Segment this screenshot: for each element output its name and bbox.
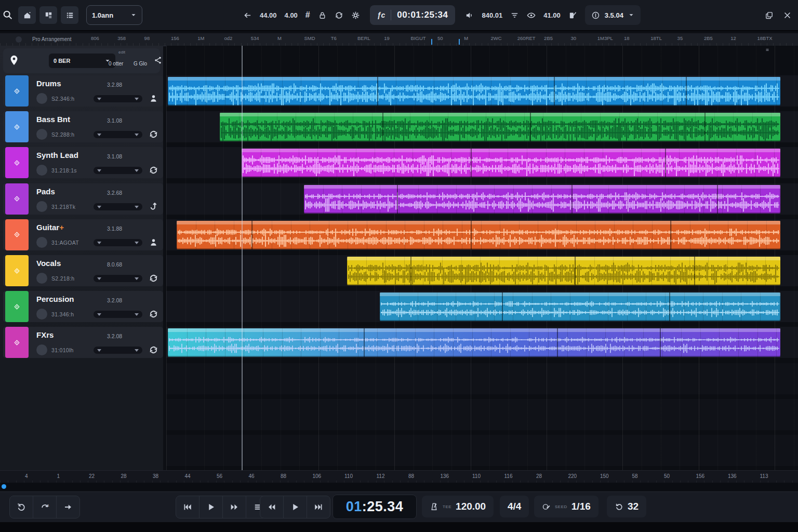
clip-synth-lead[interactable]	[242, 149, 780, 177]
refresh-icon[interactable]	[149, 273, 158, 283]
scrollbar-thumb[interactable]	[2, 484, 6, 489]
hook-icon[interactable]	[149, 202, 158, 211]
timeline-menu-icon[interactable]	[764, 47, 771, 52]
track-header-fxrs[interactable]: FXrs3.2.0831:010lh	[3, 327, 163, 358]
gear-icon[interactable]	[351, 11, 360, 20]
clip-vocals[interactable]	[347, 257, 780, 285]
close-icon[interactable]	[783, 11, 792, 20]
timeline-ruler[interactable]: Pro Arrangement 806358981561Mod2534MSMDT…	[0, 33, 798, 46]
track-color-strip[interactable]	[5, 219, 29, 250]
clip-fxrs[interactable]	[168, 328, 780, 357]
slider-knob-right[interactable]	[135, 98, 139, 100]
transport-time-display[interactable]: 01:25.34	[332, 495, 417, 519]
browser-button[interactable]	[18, 6, 36, 24]
slider-knob-left[interactable]	[97, 98, 101, 100]
track-header-vocals[interactable]: Vocals8.0.68S2.218:h	[3, 255, 163, 286]
track-slider[interactable]	[94, 95, 142, 102]
loop-marker[interactable]	[431, 39, 432, 45]
track-header-bass-bnt[interactable]: Bass Bnt3.1.08S2.288:h	[3, 111, 163, 142]
speaker-icon[interactable]	[465, 11, 474, 20]
slider-knob-left[interactable]	[97, 313, 101, 316]
length-value[interactable]: 4.00	[285, 11, 298, 19]
track-color-strip[interactable]	[5, 147, 29, 178]
slider-knob-right[interactable]	[135, 349, 139, 352]
person-icon[interactable]	[149, 237, 158, 247]
track-color-strip[interactable]	[5, 111, 29, 142]
clip-guitar[interactable]	[177, 221, 780, 249]
slider-knob-left[interactable]	[97, 349, 101, 352]
loop-length-control[interactable]: 32	[607, 496, 646, 517]
track-header-drums[interactable]: Drums3.2.88S2.346:h	[3, 75, 163, 107]
bottom-ruler[interactable]: 4122283844564688106110112881361101162822…	[0, 470, 798, 483]
edit-icon[interactable]	[568, 11, 577, 20]
track-mute-button[interactable]	[36, 273, 47, 284]
track-color-strip[interactable]	[5, 183, 29, 215]
track-slider[interactable]	[94, 167, 142, 174]
slider-knob-left[interactable]	[97, 277, 101, 280]
undo-button[interactable]	[10, 496, 33, 518]
slider-knob-left[interactable]	[97, 206, 101, 208]
snap-toggle[interactable]: #	[305, 10, 310, 20]
track-mute-button[interactable]	[36, 93, 47, 104]
track-slider[interactable]	[94, 347, 142, 354]
track-mute-button[interactable]	[36, 344, 47, 355]
track-slider[interactable]	[94, 311, 142, 318]
refresh-icon[interactable]	[149, 129, 158, 139]
slider-knob-right[interactable]	[135, 169, 139, 172]
track-mute-button[interactable]	[36, 129, 47, 140]
clip-drums[interactable]	[168, 77, 780, 105]
slider-knob-right[interactable]	[135, 277, 139, 280]
track-slider[interactable]	[94, 275, 142, 282]
rewind-button[interactable]	[260, 496, 284, 518]
refresh-icon[interactable]	[149, 309, 158, 319]
track-header-percusion[interactable]: Percusion3.2.0831.346:h	[3, 291, 163, 322]
view-value[interactable]: 41.00	[543, 11, 561, 19]
slider-knob-right[interactable]	[135, 242, 139, 244]
track-slider[interactable]	[94, 239, 142, 246]
refresh-icon[interactable]	[149, 345, 158, 355]
locator-input[interactable]: 0 BER	[49, 54, 115, 68]
clip-pads[interactable]	[304, 185, 780, 214]
track-mute-button[interactable]	[36, 309, 47, 320]
play-button[interactable]	[284, 496, 307, 518]
refresh-icon[interactable]	[149, 165, 158, 175]
grid-quantize-control[interactable]: SEED 1/16	[534, 496, 598, 517]
nudge-left-icon[interactable]	[243, 11, 252, 20]
version-selector[interactable]: 3.5.04	[585, 5, 641, 25]
list-view-button[interactable]	[61, 6, 78, 24]
skip-end-button[interactable]	[307, 496, 330, 518]
slider-knob-right[interactable]	[135, 313, 139, 316]
skip-start-button[interactable]	[176, 496, 200, 518]
track-mute-button[interactable]	[36, 237, 47, 248]
offset-button[interactable]: 0 otter	[109, 61, 123, 66]
lock-icon[interactable]	[318, 11, 327, 20]
track-color-strip[interactable]	[5, 327, 29, 358]
slider-knob-right[interactable]	[135, 206, 139, 208]
track-color-strip[interactable]	[5, 255, 29, 286]
loop-marker[interactable]	[459, 39, 460, 45]
location-pin-icon[interactable]	[8, 55, 20, 66]
clip-percusion[interactable]	[380, 292, 780, 321]
sync-icon[interactable]	[335, 11, 343, 20]
arrangement-timeline[interactable]	[166, 46, 798, 470]
track-slider[interactable]	[94, 131, 142, 138]
slider-knob-right[interactable]	[135, 134, 139, 136]
tempo-control[interactable]: TEE 120.00	[422, 496, 494, 517]
redo-button[interactable]: 1	[33, 496, 57, 518]
playhead[interactable]	[242, 46, 243, 470]
time-signature-control[interactable]: 4/4	[500, 496, 529, 517]
project-selector[interactable]: 1.0ann	[86, 5, 142, 25]
share-icon[interactable]	[154, 56, 162, 64]
eye-icon[interactable]	[527, 11, 536, 20]
slider-knob-left[interactable]	[97, 242, 101, 244]
track-header-pads[interactable]: Pads3.2.6831.218Tk	[3, 183, 163, 215]
output-value[interactable]: 840.01	[482, 11, 502, 19]
layout-button[interactable]	[39, 6, 57, 24]
fast-forward-button[interactable]	[223, 496, 246, 518]
track-slider[interactable]	[94, 203, 142, 210]
windows-icon[interactable]	[765, 11, 774, 20]
track-color-strip[interactable]	[5, 75, 29, 107]
slider-knob-left[interactable]	[97, 169, 101, 172]
timecode-display[interactable]: ƒc 00:01:25:34	[370, 5, 456, 25]
track-mute-button[interactable]	[36, 165, 47, 176]
